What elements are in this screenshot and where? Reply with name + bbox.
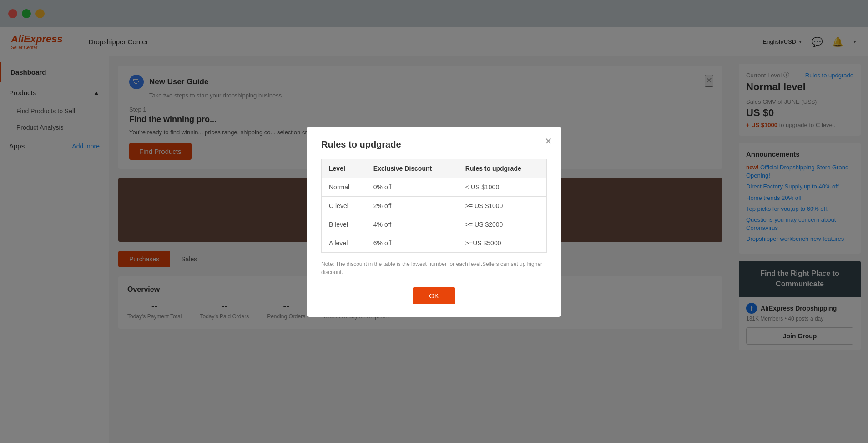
row-discount-a: 6% off (366, 234, 458, 252)
row-discount-b: 4% off (366, 215, 458, 234)
row-discount-c: 2% off (366, 196, 458, 215)
row-level-c: C level (322, 196, 366, 215)
table-row: B level 4% off >= US $2000 (322, 215, 547, 234)
row-level-normal: Normal (322, 178, 366, 196)
table-header-discount: Exclusive Discount (366, 159, 458, 178)
row-discount-normal: 0% off (366, 178, 458, 196)
row-rules-c: >= US $1000 (458, 196, 546, 215)
modal-title: Rules to updgrade (321, 139, 547, 150)
table-row: Normal 0% off < US $1000 (322, 178, 547, 196)
modal-ok-button[interactable]: OK (413, 287, 455, 304)
table-header-level: Level (322, 159, 366, 178)
modal-note: Note: The discount in the table is the l… (321, 260, 547, 276)
table-row: A level 6% off >=US $5000 (322, 234, 547, 252)
row-level-a: A level (322, 234, 366, 252)
row-rules-b: >= US $2000 (458, 215, 546, 234)
table-row: C level 2% off >= US $1000 (322, 196, 547, 215)
row-level-b: B level (322, 215, 366, 234)
row-rules-a: >=US $5000 (458, 234, 546, 252)
table-header-rules: Rules to updgrade (458, 159, 546, 178)
modal-overlay[interactable]: Rules to updgrade ✕ Level Exclusive Disc… (0, 0, 868, 443)
rules-table: Level Exclusive Discount Rules to updgra… (321, 159, 547, 253)
rules-modal: Rules to updgrade ✕ Level Exclusive Disc… (307, 127, 561, 317)
modal-close-button[interactable]: ✕ (545, 136, 552, 147)
row-rules-normal: < US $1000 (458, 178, 546, 196)
